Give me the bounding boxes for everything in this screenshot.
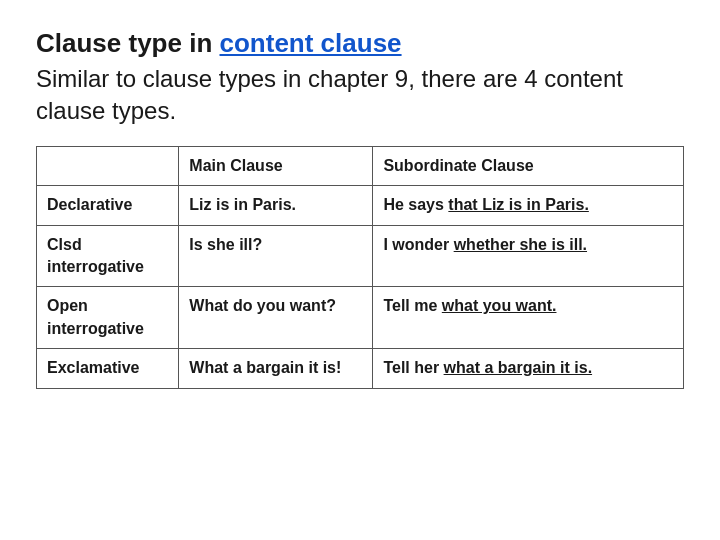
title-plain-text: Clause type in [36, 28, 220, 58]
clause-table: Main Clause Subordinate Clause Declarati… [36, 146, 684, 389]
row3-col1: Open interrogative [37, 287, 179, 349]
underline-span: what you want. [442, 297, 557, 314]
row4-col2: What a bargain it is! [179, 349, 373, 388]
row3-col3: Tell me what you want. [373, 287, 684, 349]
row3-col2: What do you want? [179, 287, 373, 349]
subtitle: Similar to clause types in chapter 9, th… [36, 63, 684, 128]
table-header-row: Main Clause Subordinate Clause [37, 146, 684, 185]
row1-col3: He says that Liz is in Paris. [373, 186, 684, 225]
row1-col2: Liz is in Paris. [179, 186, 373, 225]
row1-col1: Declarative [37, 186, 179, 225]
table-row: Declarative Liz is in Paris. He says tha… [37, 186, 684, 225]
underline-span: what a bargain it is. [444, 359, 592, 376]
table-row: Clsd interrogative Is she ill? I wonder … [37, 225, 684, 287]
header-col3: Subordinate Clause [373, 146, 684, 185]
header-col1 [37, 146, 179, 185]
row4-col3: Tell her what a bargain it is. [373, 349, 684, 388]
row2-col2: Is she ill? [179, 225, 373, 287]
row2-col3: I wonder whether she is ill. [373, 225, 684, 287]
row4-col1: Exclamative [37, 349, 179, 388]
row2-col1: Clsd interrogative [37, 225, 179, 287]
header-col2: Main Clause [179, 146, 373, 185]
table-row: Exclamative What a bargain it is! Tell h… [37, 349, 684, 388]
underline-span: whether she is ill. [454, 236, 587, 253]
page-title: Clause type in content clause [36, 28, 684, 59]
table-row: Open interrogative What do you want? Tel… [37, 287, 684, 349]
underline-span: that Liz is in Paris. [448, 196, 588, 213]
content-clause-link[interactable]: content clause [220, 28, 402, 58]
